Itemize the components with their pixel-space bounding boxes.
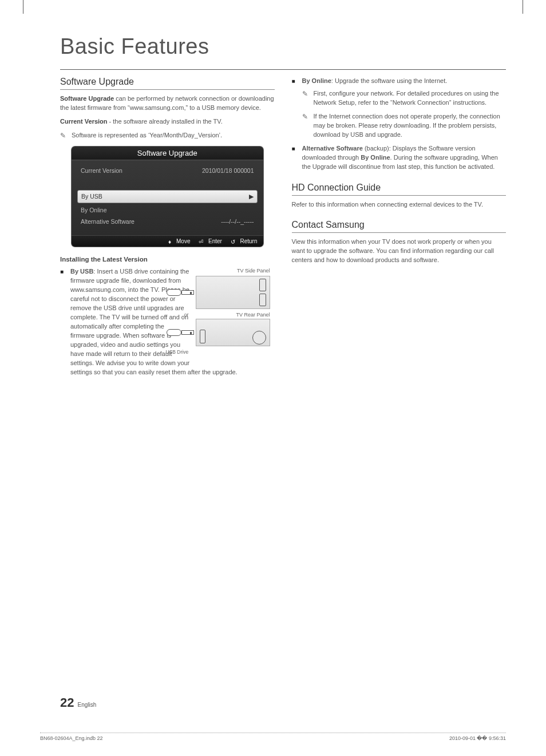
osd-title: Software Upgrade xyxy=(72,147,263,160)
square-bullet-icon: ■ xyxy=(292,77,298,86)
bold-alternative-software: Alternative Software xyxy=(302,145,363,152)
osd-row-current-version: Current Version 2010/01/18 000001 xyxy=(77,165,258,176)
updown-icon: ♦ xyxy=(168,239,171,245)
usb-drive-graphic-top xyxy=(167,289,194,296)
section-rule xyxy=(292,232,507,233)
section-heading-hd-connection: HD Connection Guide xyxy=(292,183,507,193)
osd-footer: ♦ Move ⏎ Enter ↺ Return xyxy=(72,235,263,247)
section-heading-contact-samsung: Contact Samsung xyxy=(292,220,507,230)
note-text: Software is represented as ‘Year/Month/D… xyxy=(72,131,222,141)
current-version-desc: Current Version - the software already i… xyxy=(60,117,275,126)
section-rule xyxy=(60,89,275,90)
tv-rear-panel-box xyxy=(196,319,270,346)
crop-marks xyxy=(0,0,546,17)
software-upgrade-desc: Software Upgrade can be performed by net… xyxy=(60,94,275,113)
osd-row-by-usb[interactable]: By USB ▶ xyxy=(77,190,258,203)
title-rule xyxy=(60,69,506,70)
text-current-version-rest: - the software already installed in the … xyxy=(108,118,223,125)
text-by-online-rest: : Upgrade the software using the Interne… xyxy=(331,77,447,84)
usb-diagram: TV Side Panel or TV Rear Panel xyxy=(196,267,270,355)
note-text-configure: First, configure your network. For detai… xyxy=(314,89,507,108)
osd-row-alt-software[interactable]: Alternative Software ----/--/--_----- xyxy=(77,216,258,227)
osd-value-alt: ----/--/--_----- xyxy=(221,218,254,225)
square-bullet-icon: ■ xyxy=(292,145,298,172)
bold-software-upgrade: Software Upgrade xyxy=(60,95,114,102)
play-icon: ▶ xyxy=(249,193,254,200)
bold-by-online: By Online xyxy=(302,77,331,84)
note-version-format: ✎ Software is represented as ‘Year/Month… xyxy=(60,131,275,141)
tv-side-panel-box xyxy=(196,276,270,309)
osd-value-current: 2010/01/18 000001 xyxy=(202,167,254,174)
return-icon: ↺ xyxy=(231,239,235,245)
page-title: Basic Features xyxy=(60,34,506,59)
osd-footer-return: Return xyxy=(240,238,257,244)
usb-drive-graphic-bottom xyxy=(167,329,194,336)
diagram-caption-rear: TV Rear Panel xyxy=(236,311,270,319)
osd-label-by-online: By Online xyxy=(81,207,107,213)
right-column: ■ By Online: Upgrade the software using … xyxy=(292,77,507,380)
osd-label-current: Current Version xyxy=(81,167,122,174)
bold-current-version: Current Version xyxy=(60,118,108,125)
enter-icon: ⏎ xyxy=(199,239,203,245)
contact-samsung-text: View this information when your TV does … xyxy=(292,238,507,265)
page-number: 22 xyxy=(60,695,74,710)
port-rear-1 xyxy=(200,330,205,343)
hd-connection-text: Refer to this information when connectin… xyxy=(292,200,507,209)
port-usb-side xyxy=(259,294,266,306)
osd-label-by-usb: By USB xyxy=(81,193,102,200)
bold-by-online-inline: By Online xyxy=(361,154,390,161)
osd-label-alt: Alternative Software xyxy=(81,218,134,225)
section-rule xyxy=(292,195,507,196)
print-timestamp: 2010-09-01 �� 9:56:31 xyxy=(449,735,506,741)
note-icon: ✎ xyxy=(302,89,310,108)
left-column: Software Upgrade Software Upgrade can be… xyxy=(60,77,275,380)
print-metadata-line: BN68-02604A_Eng.indb 22 2010-09-01 �� 9:… xyxy=(40,733,506,741)
diagram-caption-side: TV Side Panel xyxy=(196,267,270,275)
osd-software-upgrade: Software Upgrade Current Version 2010/01… xyxy=(72,147,263,247)
diagram-usb-drive-label: USB Drive xyxy=(166,349,270,355)
page-footer: 22 English xyxy=(60,695,96,710)
osd-footer-move: Move xyxy=(176,238,190,244)
osd-row-by-online[interactable]: By Online xyxy=(77,204,258,216)
subheading-install-latest: Installing the Latest Version xyxy=(60,256,275,263)
port-hdmi xyxy=(259,279,266,291)
osd-footer-enter: Enter xyxy=(208,238,222,244)
port-rear-round xyxy=(252,331,266,345)
section-heading-software-upgrade: Software Upgrade xyxy=(60,77,275,87)
note-connection-broken: ✎ If the Internet connection does not op… xyxy=(302,112,507,140)
note-icon: ✎ xyxy=(302,112,310,140)
bold-by-usb: By USB xyxy=(70,268,93,275)
bullet-by-online: ■ By Online: Upgrade the software using … xyxy=(292,77,507,86)
page-language: English xyxy=(77,702,96,708)
bullet-by-usb: ■ TV Side Panel xyxy=(60,267,275,377)
note-icon: ✎ xyxy=(60,131,68,141)
note-configure-network: ✎ First, configure your network. For det… xyxy=(302,89,507,108)
bullet-alternative-software: ■ Alternative Software (backup): Display… xyxy=(292,144,507,172)
indb-filename: BN68-02604A_Eng.indb 22 xyxy=(40,735,103,741)
note-text-broken: If the Internet connection does not oper… xyxy=(314,112,507,140)
square-bullet-icon: ■ xyxy=(60,268,66,377)
